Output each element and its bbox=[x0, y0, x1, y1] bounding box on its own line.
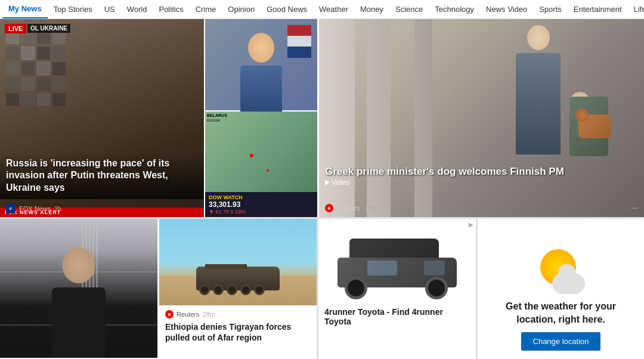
anchor-head bbox=[248, 33, 274, 63]
story1-meta: F FOX News 2h bbox=[0, 204, 204, 213]
anchor-body bbox=[240, 66, 282, 113]
story2-meta: R Reuters 47m bbox=[325, 204, 376, 212]
figure-pm-body bbox=[516, 53, 561, 154]
weather-icon bbox=[537, 246, 585, 294]
weather-widget: Get the weather for your location, right… bbox=[478, 219, 644, 359]
story4-source: R Reuters 28m bbox=[165, 310, 311, 318]
nav-item-science[interactable]: Science bbox=[389, 0, 429, 18]
nav-item-sports[interactable]: Sports bbox=[533, 0, 568, 18]
figure-pm-head bbox=[527, 25, 550, 50]
weather-location-button[interactable]: Change location bbox=[521, 332, 601, 351]
more-options-button[interactable]: ··· bbox=[631, 203, 638, 212]
story1-time: 2h bbox=[54, 205, 61, 212]
story2-image: Greek prime minister's dog welcomes Finn… bbox=[319, 19, 644, 217]
ad-image bbox=[318, 219, 476, 302]
video-label: Video bbox=[332, 178, 349, 187]
story2-source-logo: R bbox=[325, 204, 333, 212]
tank bbox=[196, 267, 280, 290]
window-grid bbox=[6, 31, 66, 106]
nav-item-technology[interactable]: Technology bbox=[429, 0, 480, 18]
dow-ticker: DOW WATCH 33,301.93 ▼ 61.75 0.19% bbox=[204, 192, 317, 217]
story1-source-logo: F bbox=[6, 204, 16, 213]
car-wheel-right bbox=[425, 277, 448, 299]
map-marker bbox=[250, 154, 253, 157]
story1-caption: Russia is 'increasing the pace' of its i… bbox=[0, 153, 204, 199]
car-container bbox=[332, 234, 463, 299]
nav-item-lifestyle[interactable]: Lifestyle bbox=[628, 0, 644, 18]
live-badge: LIVE bbox=[5, 24, 26, 33]
cloud-bump bbox=[558, 264, 576, 282]
story4-content: R Reuters 28m Ethiopia denies Tigrayan f… bbox=[159, 305, 317, 359]
nav-item-my-news[interactable]: My News bbox=[2, 0, 48, 18]
ad-headline: 4runner Toyota - Find 4runner Toyota bbox=[324, 307, 470, 326]
dow-change: ▼ 61.75 0.19% bbox=[209, 209, 314, 215]
weather-text: Get the weather for your location, right… bbox=[487, 300, 635, 327]
story-usa-today[interactable]: U USA TODAY 1h bbox=[0, 219, 159, 359]
flag-backdrop bbox=[287, 25, 311, 58]
story3-image bbox=[0, 219, 157, 359]
car-window-rear bbox=[424, 261, 445, 276]
nav-item-news-video[interactable]: News Video bbox=[480, 0, 533, 18]
story4-source-name: Reuters bbox=[177, 311, 200, 318]
building-column-2 bbox=[367, 19, 391, 217]
ad-badge: ▶ bbox=[469, 221, 473, 228]
inset-panel: BELARUS RUSSIA MARIUPOL DOW WATCH 33,301… bbox=[204, 19, 317, 217]
dog-body bbox=[578, 114, 611, 138]
tank-barrel bbox=[205, 264, 247, 269]
map-country-label-2: RUSSIA bbox=[207, 119, 220, 122]
person-body bbox=[52, 287, 106, 359]
play-icon bbox=[325, 180, 330, 185]
content-area: BELARUS RUSSIA MARIUPOL DOW WATCH 33,301… bbox=[0, 19, 644, 359]
figure-group bbox=[516, 25, 608, 156]
story4-source-logo: R bbox=[165, 310, 174, 318]
story-image-collage: BELARUS RUSSIA MARIUPOL DOW WATCH 33,301… bbox=[0, 19, 317, 217]
map-marker-2 bbox=[267, 169, 269, 172]
story1-source-name: FOX News bbox=[19, 205, 51, 212]
car-window-front bbox=[367, 261, 397, 276]
figure-pm bbox=[516, 25, 561, 156]
nav-bar: My News Top Stories US World Politics Cr… bbox=[0, 0, 644, 19]
nav-item-opinion[interactable]: Opinion bbox=[222, 0, 261, 18]
story-ethiopia[interactable]: R Reuters 28m Ethiopia denies Tigrayan f… bbox=[159, 219, 318, 359]
ukraine-label: OL UKRAINE bbox=[27, 24, 70, 33]
story1-headline: Russia is 'increasing the pace' of its i… bbox=[6, 157, 198, 194]
nav-item-top-stories[interactable]: Top Stories bbox=[48, 0, 98, 18]
car-wheel-left bbox=[345, 277, 367, 299]
story4-image bbox=[159, 219, 317, 305]
nav-item-weather[interactable]: Weather bbox=[313, 0, 354, 18]
story4-time: 28m bbox=[203, 311, 215, 318]
dog-head bbox=[575, 109, 589, 122]
ad-unit[interactable]: ▶ 4runner Toyota - Find 4runner Toyota bbox=[318, 219, 478, 359]
map-country-label-1: BELARUS bbox=[207, 113, 227, 117]
story-russia-ukraine[interactable]: BELARUS RUSSIA MARIUPOL DOW WATCH 33,301… bbox=[0, 19, 319, 217]
story-greek-pm[interactable]: Greek prime minister's dog welcomes Finn… bbox=[319, 19, 644, 217]
dog-figure bbox=[578, 114, 626, 147]
story2-caption: Greek prime minister's dog welcomes Finn… bbox=[325, 165, 638, 187]
tank-tracks bbox=[199, 284, 265, 295]
cloud-icon bbox=[552, 273, 585, 294]
story2-source-name: Reuters bbox=[337, 205, 360, 212]
nav-item-world[interactable]: World bbox=[121, 0, 153, 18]
nav-item-entertainment[interactable]: Entertainment bbox=[568, 0, 628, 18]
bottom-row: U USA TODAY 1h bbox=[0, 219, 644, 359]
ad-content: 4runner Toyota - Find 4runner Toyota bbox=[318, 302, 476, 359]
dow-label: DOW WATCH bbox=[209, 194, 314, 200]
person-head bbox=[63, 247, 95, 283]
anchor-figure bbox=[240, 33, 282, 110]
nav-item-good-news[interactable]: Good News bbox=[261, 0, 313, 18]
tank-body bbox=[196, 267, 280, 290]
nav-item-crime[interactable]: Crime bbox=[190, 0, 222, 18]
story2-time: 47m bbox=[364, 205, 376, 212]
nav-item-politics[interactable]: Politics bbox=[153, 0, 189, 18]
building-column-1 bbox=[319, 19, 355, 217]
nav-item-us[interactable]: US bbox=[98, 0, 121, 18]
building-column-3 bbox=[414, 19, 432, 217]
story4-headline: Ethiopia denies Tigrayan forces pulled o… bbox=[165, 321, 311, 343]
dow-value: 33,301.93 bbox=[209, 200, 314, 209]
top-row: BELARUS RUSSIA MARIUPOL DOW WATCH 33,301… bbox=[0, 19, 644, 219]
nav-item-money[interactable]: Money bbox=[354, 0, 389, 18]
anchor-panel bbox=[204, 19, 317, 112]
story2-headline: Greek prime minister's dog welcomes Finn… bbox=[325, 165, 638, 178]
video-badge: Video bbox=[325, 178, 349, 187]
